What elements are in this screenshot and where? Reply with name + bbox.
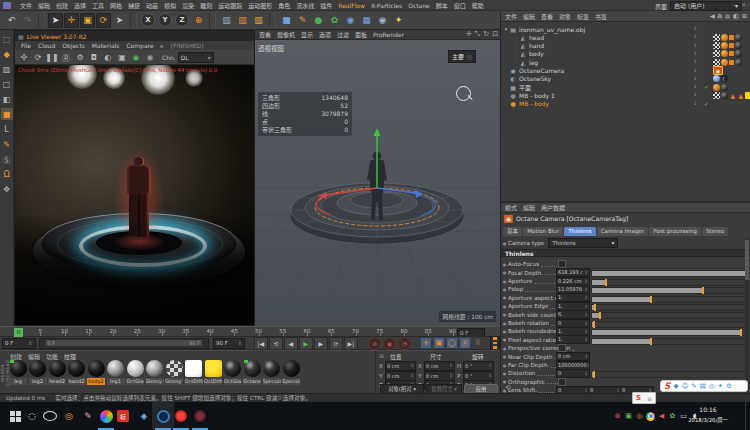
menubar-item[interactable]: 模拟 (164, 1, 176, 10)
timeline-range-slider[interactable]: 0 F90 F (39, 338, 209, 349)
region-render-icon[interactable]: Ⓡ (60, 51, 72, 63)
spinner-icon[interactable]: ⇕ (584, 303, 588, 310)
coordinate-field[interactable]: 0 °⇕ (463, 361, 494, 371)
material-tag-icon[interactable] (735, 50, 742, 57)
skin-icon[interactable]: ✦ (718, 382, 723, 390)
object-manager-menu-item[interactable]: 查看 (541, 12, 553, 21)
lock-z-icon[interactable]: Z (175, 13, 189, 27)
info-icon[interactable]: ⓘ (733, 12, 739, 21)
live-viewer-menu-item[interactable]: Compare (126, 42, 153, 49)
uvw-tag-icon[interactable] (713, 92, 720, 99)
picture-viewer-icon[interactable]: ▣ (116, 51, 128, 63)
menubar-item[interactable]: 脚本 (436, 1, 448, 10)
menubar-item[interactable]: 流水线 (296, 1, 314, 10)
menubar-item[interactable]: Octane (408, 2, 430, 9)
menubar-item[interactable]: 帮助 (472, 1, 484, 10)
environment-tag-icon[interactable]: ☾ (721, 75, 728, 82)
leaf-tray-icon[interactable]: ✿ (667, 402, 678, 430)
parameter-field[interactable]: 1.⇕ (556, 335, 590, 344)
visibility-dots[interactable]: : (694, 90, 696, 97)
octane-icon[interactable]: ◉ (343, 13, 358, 28)
lock-resolution-icon[interactable]: ◘ (88, 51, 100, 63)
undo-icon[interactable]: ↶ (4, 13, 19, 28)
light-icon[interactable]: ✦ (391, 13, 406, 28)
tab-post-processing[interactable]: Post processing (649, 227, 701, 236)
material-item[interactable]: OctDiffu (185, 360, 203, 385)
object-tree-row[interactable]: ▦平面:✓ (501, 83, 750, 91)
parameter-dot-icon[interactable]: ● (501, 295, 508, 300)
record-scale-toggle[interactable]: ▣ (433, 337, 445, 349)
uvw-tag-icon[interactable] (713, 50, 720, 57)
scrollbar[interactable] (745, 238, 749, 393)
viewport-menu-item[interactable]: 选项 (319, 30, 331, 39)
material-preview-icon[interactable]: ◐ (102, 51, 114, 63)
render-view-icon[interactable]: ▥ (219, 13, 234, 28)
visibility-dots[interactable]: : (694, 66, 696, 73)
visibility-dots[interactable]: : (694, 57, 696, 64)
handwriting-icon[interactable]: ✎ (691, 382, 696, 390)
polygon-mode-icon[interactable]: ■ (1, 108, 13, 120)
lock-y-icon[interactable]: Y (158, 13, 172, 27)
spinner-icon[interactable]: ⇕ (587, 362, 590, 369)
go-to-end-button[interactable]: ▶| (344, 337, 358, 350)
volume-tray-icon[interactable]: ◖ (689, 402, 700, 430)
snap-icon[interactable]: Ⓢ (1, 153, 13, 165)
material-tag-icon[interactable] (735, 34, 742, 41)
notes-app-icon[interactable]: 标 (112, 402, 134, 430)
make-editable-icon[interactable]: ⬚ (1, 33, 13, 45)
spinner-icon[interactable]: ⇕ (584, 286, 588, 293)
search-icon[interactable]: ◎ (725, 12, 730, 21)
zoom-view-icon[interactable]: ⤡ (475, 30, 481, 38)
visibility-dots[interactable]: : (694, 41, 696, 48)
texture-mode-icon[interactable]: ▨ (1, 63, 13, 75)
visibility-dots[interactable]: : (694, 99, 696, 106)
redo-icon[interactable]: ↷ (20, 13, 35, 28)
viewport-menu-item[interactable]: 显示 (301, 30, 313, 39)
parameter-dot-icon[interactable]: ● (501, 337, 508, 342)
edge-mode-icon[interactable]: ◧ (1, 93, 13, 105)
visibility-dots[interactable]: : (694, 74, 696, 81)
tab-camera-imager[interactable]: Camera Imager (597, 227, 649, 236)
object-tree-row[interactable]: ◐OctaneSky:☾ (501, 75, 750, 83)
menubar-item[interactable]: 选择 (74, 1, 86, 10)
ime-indicator[interactable]: S ≡ (632, 392, 656, 404)
attribute-menu-item[interactable]: 编辑 (523, 203, 535, 212)
visibility-dots[interactable]: : (694, 82, 696, 89)
toggle-view-icon[interactable]: ⊡ (492, 30, 498, 38)
spinner-icon[interactable]: ⇕ (410, 372, 414, 380)
spinner-icon[interactable]: ⇕ (488, 372, 492, 380)
menubar-item[interactable]: 运动跟踪 (218, 1, 242, 10)
search-tray-icon[interactable]: ◎ (634, 402, 645, 430)
parameter-dot-icon[interactable]: ● (501, 321, 508, 326)
spinner-icon[interactable]: ⇕ (584, 269, 588, 276)
menubar-item[interactable]: 编辑 (38, 1, 50, 10)
parameter-checkbox[interactable] (558, 260, 566, 268)
scale-tool-icon[interactable]: ▣ (80, 13, 95, 28)
material-item[interactable]: Specula (263, 360, 281, 385)
visibility-dots[interactable]: : (694, 32, 696, 39)
channel-dropdown[interactable]: DL▾ (178, 52, 214, 63)
tab-thinlens[interactable]: Thinlens (564, 227, 596, 236)
phong-tag-icon[interactable] (721, 34, 728, 41)
material-item[interactable]: hand2 (68, 360, 86, 385)
menubar-item[interactable]: 网格 (110, 1, 122, 10)
viewport-menu-item[interactable]: 摄像机 (277, 30, 295, 39)
live-selection-icon[interactable]: ➤ (48, 13, 63, 28)
parameter-dot-icon[interactable]: ● (501, 346, 508, 351)
tab-motion-blur[interactable]: Motion Blur (523, 227, 563, 236)
tab-stereo[interactable]: Stereo (702, 227, 728, 236)
rotate-view-icon[interactable]: ↻ (483, 30, 489, 38)
selection-tag-icon[interactable]: ▲ (737, 92, 744, 99)
object-tree-row[interactable]: ·◭body: (501, 50, 750, 58)
kernel-settings-icon[interactable]: ⚙ (74, 51, 86, 63)
voice-input-icon[interactable]: ◆ (673, 382, 678, 390)
menubar-item[interactable]: 角色 (278, 1, 290, 10)
spinner-icon[interactable]: ⇕ (584, 353, 588, 360)
render-view-canvas[interactable]: Check 0ms /20ms, MeshGen 0ms, Update[C] … (15, 65, 254, 325)
parameter-checkbox[interactable] (558, 378, 566, 386)
previous-frame-button[interactable]: ◀ (284, 337, 298, 350)
emoji-icon[interactable]: ☺ (681, 382, 688, 390)
visibility-dots[interactable]: : (694, 49, 696, 56)
menubar-item[interactable]: 创建 (56, 1, 68, 10)
floor-plane-icon[interactable]: ▦ (359, 13, 374, 28)
